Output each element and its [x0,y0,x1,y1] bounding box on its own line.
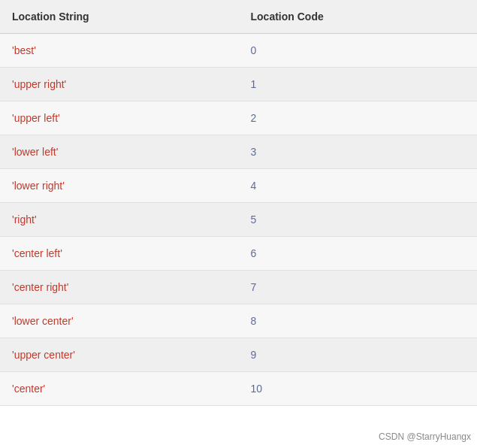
location-code-cell: 3 [239,135,478,169]
location-code-cell: 4 [239,169,478,203]
location-table: Location String Location Code 'best'0'up… [0,0,477,406]
location-code-cell: 1 [239,68,478,101]
table-header-row: Location String Location Code [0,0,477,34]
location-string-cell: 'center right' [0,271,239,304]
table-row: 'lower right'4 [0,169,477,203]
table-container: Location String Location Code 'best'0'up… [0,0,477,406]
location-string-cell: 'best' [0,34,239,68]
table-row: 'lower left'3 [0,135,477,169]
table-row: 'center left'6 [0,237,477,271]
location-code-cell: 9 [239,338,478,372]
location-string-cell: 'lower left' [0,135,239,169]
watermark-text: CSDN @StarryHuangx [379,431,471,442]
header-location-code: Location Code [239,0,478,34]
table-row: 'right'5 [0,203,477,237]
location-string-cell: 'upper center' [0,338,239,372]
location-code-cell: 6 [239,237,478,271]
location-code-cell: 2 [239,101,478,135]
location-string-cell: 'right' [0,203,239,237]
table-row: 'upper center'9 [0,338,477,372]
location-code-cell: 8 [239,304,478,338]
table-row: 'center'10 [0,372,477,406]
table-row: 'center right'7 [0,271,477,304]
location-code-cell: 7 [239,271,478,304]
location-string-cell: 'center' [0,372,239,406]
location-string-cell: 'lower center' [0,304,239,338]
location-code-cell: 0 [239,34,478,68]
table-row: 'upper left'2 [0,101,477,135]
table-row: 'lower center'8 [0,304,477,338]
header-location-string: Location String [0,0,239,34]
location-string-cell: 'center left' [0,237,239,271]
location-code-cell: 10 [239,372,478,406]
location-string-cell: 'upper left' [0,101,239,135]
location-string-cell: 'upper right' [0,68,239,101]
table-row: 'best'0 [0,34,477,68]
location-string-cell: 'lower right' [0,169,239,203]
location-code-cell: 5 [239,203,478,237]
table-row: 'upper right'1 [0,68,477,101]
